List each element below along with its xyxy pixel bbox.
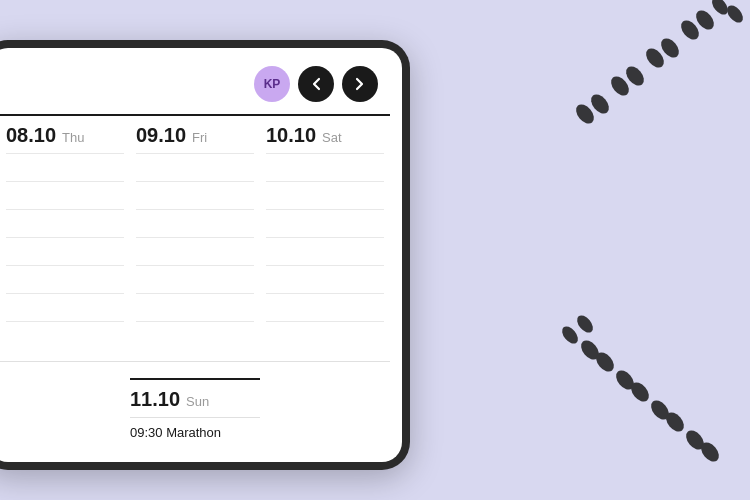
day-column-2: 10.10 Sat	[260, 114, 390, 349]
svg-point-8	[709, 0, 731, 18]
prev-button[interactable]	[298, 66, 334, 102]
svg-point-5	[608, 73, 633, 99]
time-slots-0	[6, 153, 124, 349]
svg-point-17	[698, 439, 723, 465]
svg-point-12	[613, 367, 638, 393]
svg-point-3	[643, 45, 668, 71]
time-slot	[6, 153, 124, 181]
time-slot	[266, 153, 384, 181]
day-header-2: 10.10 Sat	[266, 124, 384, 147]
svg-point-2	[658, 35, 683, 61]
svg-point-7	[573, 101, 598, 127]
time-slot	[6, 293, 124, 321]
svg-point-14	[648, 397, 673, 423]
svg-point-16	[683, 427, 708, 453]
time-slot	[136, 265, 254, 293]
time-slots-2	[266, 153, 384, 349]
svg-point-9	[724, 2, 746, 25]
time-slot	[266, 181, 384, 209]
svg-point-1	[678, 17, 703, 43]
day-column-1: 09.10 Fri	[130, 114, 260, 349]
svg-point-10	[578, 337, 603, 363]
day-name-1: Fri	[192, 130, 207, 145]
tablet-screen: KP 08.10 Thu	[0, 48, 402, 462]
svg-point-19	[574, 312, 596, 335]
event-display: 09:30 Marathon	[130, 425, 221, 440]
day-header-1: 09.10 Fri	[136, 124, 254, 147]
svg-point-13	[628, 379, 653, 405]
bottom-day-section: 11.10 Sun 09:30 Marathon	[130, 378, 260, 446]
day-date-1: 09.10	[136, 124, 186, 147]
svg-point-11	[593, 349, 618, 375]
footprints-top-decoration	[450, 0, 750, 180]
time-slot	[6, 237, 124, 265]
svg-point-4	[623, 63, 648, 89]
calendar-header: KP	[0, 48, 402, 114]
day-name-2: Sat	[322, 130, 342, 145]
day-name-0: Thu	[62, 130, 84, 145]
tablet-device: KP 08.10 Thu	[0, 40, 410, 470]
bottom-day-name: Sun	[186, 394, 209, 409]
day-date-2: 10.10	[266, 124, 316, 147]
time-slots-1	[136, 153, 254, 349]
time-slot	[136, 153, 254, 181]
time-slot	[266, 265, 384, 293]
day-header-bottom: 11.10 Sun	[130, 388, 260, 411]
time-slot	[266, 209, 384, 237]
calendar-bottom-section: 11.10 Sun 09:30 Marathon	[0, 361, 402, 446]
time-slot	[266, 293, 384, 321]
time-slot	[6, 265, 124, 293]
next-button[interactable]	[342, 66, 378, 102]
time-slot	[136, 293, 254, 321]
time-slot	[136, 209, 254, 237]
time-slot	[266, 321, 384, 349]
time-slot	[136, 321, 254, 349]
svg-point-15	[663, 409, 688, 435]
svg-point-18	[559, 323, 581, 346]
time-slot	[136, 237, 254, 265]
day-header-0: 08.10 Thu	[6, 124, 124, 147]
svg-point-0	[693, 7, 718, 33]
user-avatar: KP	[254, 66, 290, 102]
svg-point-6	[588, 91, 613, 117]
event-item[interactable]: 09:30 Marathon	[130, 417, 260, 446]
day-date-0: 08.10	[6, 124, 56, 147]
time-slot	[136, 181, 254, 209]
footprints-bottom-decoration	[530, 300, 750, 500]
time-slot	[6, 321, 124, 349]
time-slot	[6, 181, 124, 209]
day-column-0: 08.10 Thu	[0, 114, 130, 349]
time-slot	[6, 209, 124, 237]
calendar-week-grid: 08.10 Thu 09.10 Fri	[0, 114, 402, 349]
time-slot	[266, 237, 384, 265]
bottom-day-date: 11.10	[130, 388, 180, 411]
